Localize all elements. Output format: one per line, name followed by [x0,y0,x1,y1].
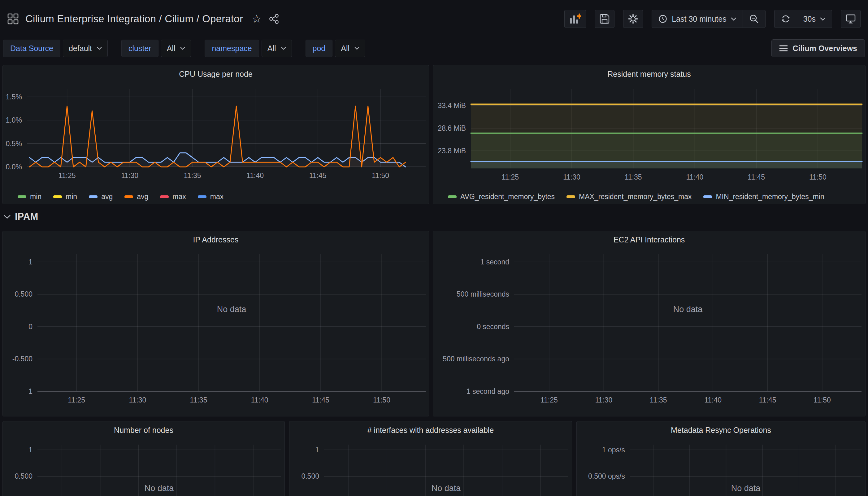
legend-item[interactable]: avg [124,192,148,201]
panel-title[interactable]: Metadata Resync Operations [577,421,865,439]
chart-canvas: 11:2511:3011:3511:4011:4511:501 second a… [433,248,865,416]
svg-text:1 ops/s: 1 ops/s [602,446,625,454]
resident-memory-chart[interactable]: 11:2511:3011:3511:4011:4511:5023.8 MiB28… [433,83,865,204]
time-range-button[interactable]: Last 30 minutes [652,10,743,28]
svg-text:11:50: 11:50 [372,172,389,180]
panel-title[interactable]: Resident memory status [433,65,865,83]
chart-canvas: 0.5001No data [289,439,572,496]
panel-cpu-usage-per-node: CPU Usage per node 11:2511:3011:3511:401… [2,65,429,204]
time-picker-group: Last 30 minutes [652,10,766,28]
svg-text:0.500: 0.500 [301,472,319,480]
legend-series-color-chip [703,195,712,198]
variable-value-data-source[interactable]: default [63,40,108,57]
share-icon[interactable] [268,13,280,25]
legend-item[interactable]: AVG_resident_memory_bytes [448,192,555,201]
legend-series-color-chip [567,195,575,198]
cilium-overviews-button[interactable]: Cilium Overviews [771,39,865,57]
variable-value-cluster[interactable]: All [161,40,191,57]
svg-text:11:40: 11:40 [247,172,264,180]
legend-series-label: AVG_resident_memory_bytes [460,192,555,201]
svg-text:23.8 MiB: 23.8 MiB [438,147,466,155]
legend-item[interactable]: min [18,192,42,201]
svg-text:11:40: 11:40 [704,396,722,404]
legend-item[interactable]: MAX_resident_memory_bytes_max [567,192,692,201]
chart-canvas: 11:2511:3011:3511:4011:4511:50-1-0.50000… [3,248,429,416]
svg-text:11:25: 11:25 [68,396,85,404]
svg-text:11:45: 11:45 [747,173,765,181]
variable-selected-value: All [341,44,349,53]
metadata-resync-chart[interactable]: 0.500 ops/s1 ops/sNo data [577,439,865,496]
svg-text:1 second ago: 1 second ago [467,387,509,396]
svg-text:11:30: 11:30 [129,396,146,404]
panel-title[interactable]: Number of nodes [3,421,284,439]
legend-series-color-chip [124,195,133,198]
favorite-star-icon[interactable]: ☆ [252,13,262,25]
svg-text:-0.500: -0.500 [12,355,32,363]
number-of-nodes-chart[interactable]: 0.5001No data [3,439,284,496]
svg-text:28.6 MiB: 28.6 MiB [438,124,466,132]
legend-series-color-chip [89,195,97,198]
legend-item[interactable]: min [53,192,77,201]
legend-item[interactable]: max [198,192,223,201]
save-icon [599,14,610,24]
svg-text:11:25: 11:25 [502,173,519,181]
variable-value-namespace[interactable]: All [262,40,292,57]
zoom-out-button[interactable] [743,10,765,28]
svg-text:1: 1 [29,258,32,266]
dashboard-settings-button[interactable] [623,10,643,28]
panel-interfaces-with-addresses-available: # interfaces with addresses available 0.… [289,421,572,496]
panel-title[interactable]: # interfaces with addresses available [289,421,572,439]
ec2-api-interactions-chart[interactable]: 11:2511:3011:3511:4011:4511:501 second a… [433,248,865,416]
svg-text:0: 0 [29,323,32,331]
svg-text:0.500 ops/s: 0.500 ops/s [588,472,625,480]
section-row-ipam[interactable]: IPAM [4,209,38,224]
breadcrumb-root[interactable]: Cilium Enterprise Integration [26,13,156,25]
interfaces-available-chart[interactable]: 0.5001No data [289,439,572,496]
refresh-button[interactable] [774,10,797,28]
variable-label-namespace: namespace [205,40,259,57]
cpu-usage-chart[interactable]: 11:2511:3011:3511:4011:4511:500.0%0.5%1.… [3,83,429,204]
svg-text:1 second: 1 second [480,258,509,266]
legend-series-color-chip [448,195,457,198]
svg-text:No data: No data [217,305,247,314]
panel-title[interactable]: EC2 API Interactions [433,231,865,248]
svg-text:11:50: 11:50 [809,173,826,181]
svg-text:-1: -1 [26,387,32,396]
chevron-down-icon [4,215,11,219]
variable-data-source: Data Source default [3,40,108,57]
chevron-down-icon [180,47,185,50]
legend-series-label: min [66,192,77,201]
legend-item[interactable]: avg [89,192,113,201]
panel-resident-memory-status: Resident memory status 11:2511:3011:3511… [433,65,866,204]
breadcrumb-current: / Cilium / Operator [159,13,243,25]
dashboard-header: Cilium Enterprise Integration / Cilium /… [0,0,868,38]
panel-title[interactable]: CPU Usage per node [3,65,429,83]
legend-series-label: max [210,192,223,201]
variable-value-pod[interactable]: All [335,40,365,57]
refresh-interval-label: 30s [803,15,816,24]
variable-namespace: namespace All [205,40,291,57]
svg-text:11:40: 11:40 [251,396,268,404]
variable-selected-value: default [69,44,92,53]
chart-canvas: 11:2511:3011:3511:4011:4511:500.0%0.5%1.… [3,83,429,204]
breadcrumb[interactable]: Cilium Enterprise Integration / Cilium /… [26,13,243,25]
chart-canvas: 0.5001No data [3,439,284,496]
save-dashboard-button[interactable] [595,10,614,28]
svg-text:11:45: 11:45 [312,396,329,404]
svg-text:No data: No data [145,484,174,493]
panel-title[interactable]: IP Addresses [3,231,429,248]
apps-grid-icon[interactable] [7,13,19,25]
cycle-view-mode-button[interactable] [841,10,861,28]
refresh-icon [781,14,791,24]
variable-cluster: cluster All [121,40,191,57]
svg-text:500 milliseconds: 500 milliseconds [457,290,509,298]
legend-item[interactable]: MIN_resident_memory_bytes_min [703,192,824,201]
svg-text:No data: No data [431,484,461,493]
refresh-interval-dropdown[interactable]: 30s [797,10,832,28]
add-panel-button[interactable] [564,10,586,28]
dashboard-toolbar: Last 30 minutes [564,10,861,28]
ip-addresses-chart[interactable]: 11:2511:3011:3511:4011:4511:50-1-0.50000… [3,248,429,416]
variables-row: Data Source default cluster All namespac… [3,39,865,57]
legend-item[interactable]: max [160,192,186,201]
legend-series-label: avg [137,192,148,201]
